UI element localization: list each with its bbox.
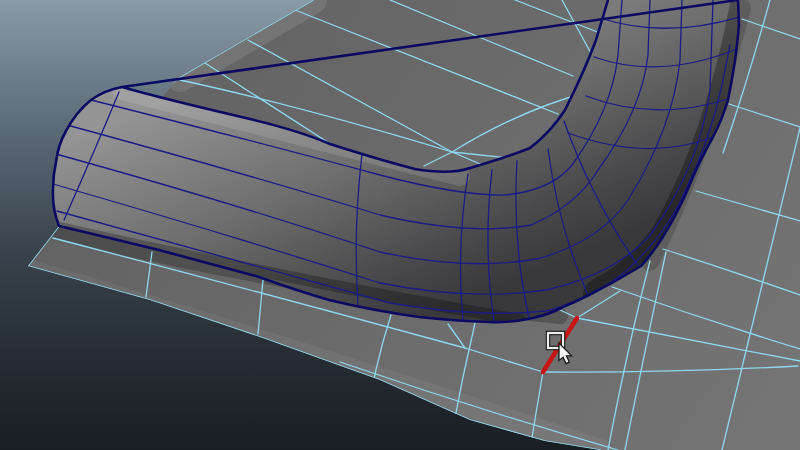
- viewport-window: [0, 0, 800, 450]
- viewport-canvas[interactable]: [0, 0, 800, 450]
